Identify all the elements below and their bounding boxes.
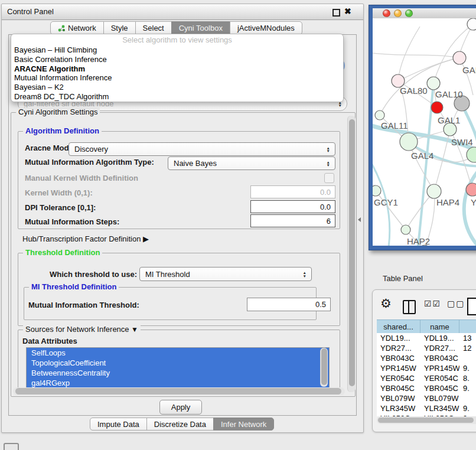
screen: { "window": { "title": "Control Panel" }… xyxy=(0,0,476,450)
network-node[interactable] xyxy=(431,102,443,113)
dpi-tolerance-value: 0.0 xyxy=(320,203,331,211)
mi-algorithm-type-combobox[interactable]: Naive Bayes xyxy=(168,156,335,170)
tab-label: Network xyxy=(68,24,96,32)
network-canvas[interactable]: GALGAL80GAL10GAL11GAL1SWI4GAL4GCY1HAP4YH… xyxy=(373,18,476,246)
settings-vertical-scrollbar[interactable] xyxy=(347,116,356,392)
control-panel-title: Control Panel xyxy=(7,4,54,19)
cyni-bottom-tabbar: Impute DataDiscretize DataInfer Network xyxy=(90,418,274,431)
network-icon xyxy=(58,25,65,32)
mi-steps-value: 6 xyxy=(327,217,331,226)
network-node[interactable] xyxy=(375,110,384,120)
table-row[interactable]: YBR043CYBR043C xyxy=(377,353,476,363)
network-node[interactable] xyxy=(453,51,466,64)
which-threshold-label: Which threshold to use: xyxy=(50,270,137,279)
dpi-tolerance-field[interactable]: 0.0 xyxy=(250,200,335,213)
combo-arrows-icon xyxy=(327,160,330,167)
kernel-width-field[interactable]: 0.0 xyxy=(250,185,335,198)
tab-style[interactable]: Style xyxy=(103,21,136,35)
algorithm-option-bayesian-k2[interactable]: Bayesian – K2 xyxy=(11,83,343,92)
network-node[interactable] xyxy=(373,185,381,196)
algorithm-option-mutual-information-inference[interactable]: Mutual Information Inference xyxy=(11,73,343,83)
network-node[interactable] xyxy=(467,18,476,30)
close-traffic-light-icon[interactable] xyxy=(383,9,390,17)
document-icon[interactable] xyxy=(467,298,476,315)
table-row[interactable]: YPR145WYPR145W9. xyxy=(377,363,476,373)
tab-label: Select xyxy=(143,24,164,32)
table-row[interactable]: YBR045CYBR045C9. xyxy=(377,383,476,393)
aracne-mode-combobox[interactable]: Discovery xyxy=(69,142,335,156)
manual-kernel-width-checkbox[interactable] xyxy=(324,173,334,183)
node-label-swi4: SWI4 xyxy=(451,137,473,147)
tab-network[interactable]: Network xyxy=(50,21,104,35)
table-cell: YBR043C xyxy=(377,354,420,363)
node-label-gal4: GAL4 xyxy=(411,151,433,161)
apply-button[interactable]: Apply xyxy=(159,400,202,415)
algorithm-option-aracne-algorithm[interactable]: ARACNE Algorithm xyxy=(11,64,343,74)
table-cell: YPR145W xyxy=(377,364,420,373)
sources-group-title[interactable]: Sources for Network Inference xyxy=(23,325,141,334)
network-node[interactable] xyxy=(400,133,418,151)
tab-label: Discretize Data xyxy=(154,420,206,429)
tab-discretize-data[interactable]: Discretize Data xyxy=(146,418,214,431)
hub-transcription-section-toggle[interactable]: Hub/Transcription Factor Definition xyxy=(22,234,149,243)
network-view-window[interactable]: GALGAL80GAL10GAL11GAL1SWI4GAL4GCY1HAP4YH… xyxy=(369,5,476,250)
zoom-traffic-light-icon[interactable] xyxy=(405,9,413,17)
tab-label: Impute Data xyxy=(97,420,139,429)
data-attributes-label: Data Attributes xyxy=(22,337,77,345)
algorithm-options-list: Bayesian – Hill ClimbingBasic Correlatio… xyxy=(11,45,343,102)
network-node[interactable] xyxy=(427,184,441,198)
mi-algorithm-type-label: Mutual Information Algorithm Type: xyxy=(25,158,154,167)
attribute-item-topologicalcoefficient[interactable]: TopologicalCoefficient xyxy=(27,358,329,368)
checked-boxes-icon[interactable] xyxy=(424,298,441,309)
tab-infer-network[interactable]: Infer Network xyxy=(213,418,274,431)
settings-horizontal-scrollbar[interactable] xyxy=(13,387,345,395)
network-node[interactable] xyxy=(427,77,440,90)
attributes-scrollbar[interactable] xyxy=(320,348,328,387)
aracne-mode-value: Discovery xyxy=(74,145,108,154)
float-window-icon[interactable] xyxy=(332,9,340,17)
close-icon[interactable] xyxy=(344,6,351,16)
tab-select[interactable]: Select xyxy=(135,21,172,35)
attribute-item-selfloops[interactable]: SelfLoops xyxy=(27,348,329,358)
network-node[interactable] xyxy=(467,147,476,162)
collapsed-panel-chip[interactable] xyxy=(4,443,19,450)
threshold-definition-group: Threshold Definition Which threshold to … xyxy=(18,253,340,326)
table-horizontal-scrollbar[interactable] xyxy=(377,416,476,424)
table-row[interactable]: YDL19...YDL19...13 xyxy=(377,333,476,343)
mi-threshold-group: MI Threshold Definition Mutual Informati… xyxy=(24,287,317,320)
column-header-shared[interactable]: shared... xyxy=(377,320,420,334)
unchecked-boxes-icon[interactable] xyxy=(447,298,465,309)
tab-jactivemnodules[interactable]: jActiveMNodules xyxy=(230,21,302,35)
algorithm-option-bayesian-hill-climbing[interactable]: Bayesian – Hill Climbing xyxy=(11,45,343,55)
mi-steps-field[interactable]: 6 xyxy=(250,214,335,227)
table-cell: YBL079W xyxy=(377,394,420,403)
panel-splitter-arrow[interactable] xyxy=(358,217,361,222)
table-row[interactable]: YLR345WYLR345W9. xyxy=(377,403,476,413)
column-layout-icon[interactable] xyxy=(403,300,416,314)
attribute-item-gal4rgexp[interactable]: gal4RGexp xyxy=(27,378,329,388)
data-attributes-list[interactable]: SelfLoopsTopologicalCoefficientBetweenne… xyxy=(26,347,330,389)
column-header-item[interactable] xyxy=(459,320,476,334)
combo-arrows-icon xyxy=(303,271,307,278)
table-cell: 9. xyxy=(459,404,476,413)
mi-threshold-field[interactable]: 0.5 xyxy=(247,298,331,311)
kernel-width-label: Kernel Width (0,1): xyxy=(25,188,93,197)
tab-label: jActiveMNodules xyxy=(237,24,295,32)
node-label-gal: GAL xyxy=(462,65,476,75)
minimize-traffic-light-icon[interactable] xyxy=(394,9,402,17)
which-threshold-value: MI Threshold xyxy=(145,270,190,279)
gear-icon[interactable] xyxy=(380,296,392,311)
table-row[interactable]: YBL079WYBL079W xyxy=(377,393,476,403)
network-node[interactable] xyxy=(466,183,476,196)
which-threshold-combobox[interactable]: MI Threshold xyxy=(139,267,312,281)
algorithm-option-basic-correlation-inference[interactable]: Basic Correlation Inference xyxy=(11,55,343,64)
network-node[interactable] xyxy=(401,225,410,234)
table-row[interactable]: YER054CYER054C8. xyxy=(377,373,476,383)
table-row[interactable]: YDR27...YDR27...12 xyxy=(377,343,476,353)
algorithm-option-dream8-dc-tdc-algorithm[interactable]: Dream8 DC_TDC Algorithm xyxy=(11,92,343,102)
algorithm-definition-title: Algorithm Definition xyxy=(23,126,102,135)
attribute-item-betweennesscentrality[interactable]: BetweennessCentrality xyxy=(27,368,329,378)
tab-cyni-toolbox[interactable]: Cyni Toolbox xyxy=(171,21,230,35)
tab-impute-data[interactable]: Impute Data xyxy=(90,418,147,431)
column-header-name[interactable]: name xyxy=(420,320,459,334)
